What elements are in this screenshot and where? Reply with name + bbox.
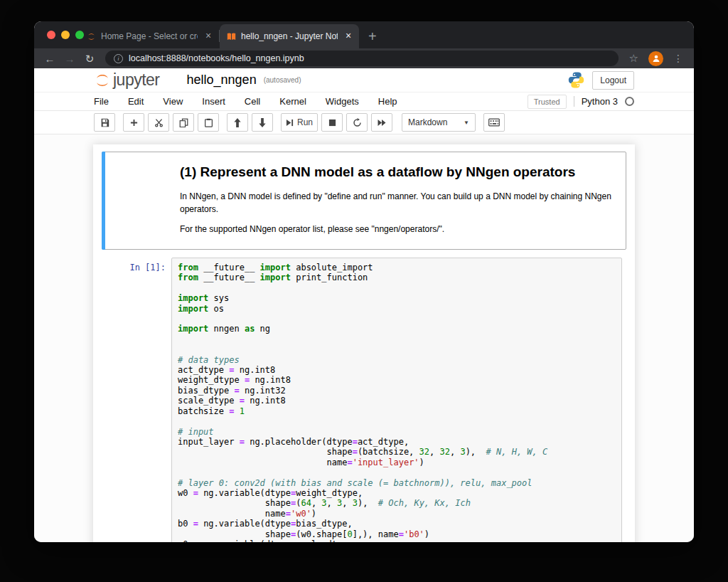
cut-cells-button[interactable] [148, 113, 169, 132]
command-palette-button[interactable] [483, 113, 505, 132]
browser-window: Home Page - Select or create a × hello_n… [34, 21, 694, 542]
bookmark-star-icon[interactable]: ☆ [629, 52, 638, 65]
keyboard-icon [488, 118, 500, 127]
menu-cell[interactable]: Cell [245, 95, 260, 108]
input-prompt: In [1]: [106, 258, 171, 542]
menu-widgets[interactable]: Widgets [326, 95, 359, 108]
arrow-down-icon [258, 118, 267, 127]
menubar-right: Trusted Python 3 [528, 95, 634, 109]
menu-view[interactable]: View [163, 95, 183, 108]
jupyter-logo-icon [94, 72, 111, 89]
menu-bar: File Edit View Insert Cell Kernel Widget… [34, 92, 694, 111]
logout-button[interactable]: Logout [592, 71, 634, 90]
new-tab-button[interactable]: + [359, 24, 386, 48]
notebook-area: (1) Represent a DNN model as a dataflow … [34, 134, 694, 542]
copy-cells-button[interactable] [173, 113, 194, 132]
python-logo-icon [567, 71, 585, 89]
run-button[interactable]: Run [281, 113, 318, 132]
tab-title: Home Page - Select or create a [101, 31, 198, 41]
menu-help[interactable]: Help [378, 95, 397, 108]
interrupt-kernel-button[interactable] [321, 113, 343, 132]
markdown-paragraph-2: For the supported NNgen operator list, p… [180, 223, 615, 236]
header-right: Logout [567, 71, 634, 90]
copy-icon [179, 118, 188, 127]
close-window-button[interactable] [47, 31, 55, 39]
menu-file[interactable]: File [94, 95, 109, 108]
markdown-heading: (1) Represent a DNN model as a dataflow … [180, 164, 615, 180]
url-text[interactable]: localhost:8888/notebooks/hello_nngen.ipy… [129, 53, 304, 63]
back-button[interactable]: ← [41, 53, 58, 64]
kernel-idle-icon [625, 97, 634, 106]
checkpoint-status: (autosaved) [264, 76, 301, 84]
jupyter-favicon-icon [87, 32, 96, 41]
stop-icon [328, 119, 336, 127]
notebook-favicon-icon [227, 32, 236, 41]
divider [574, 96, 574, 107]
kernel-name: Python 3 [582, 96, 618, 107]
reload-button[interactable]: ↻ [81, 53, 98, 64]
jupyter-logo-text: jupyter [113, 70, 160, 90]
address-bar[interactable]: i localhost:8888/notebooks/hello_nngen.i… [105, 51, 619, 66]
trusted-badge: Trusted [528, 95, 567, 109]
chevron-down-icon: ▼ [464, 120, 469, 126]
scissors-icon [154, 118, 164, 127]
notebook-container: (1) Represent a DNN model as a dataflow … [93, 144, 635, 542]
minimize-window-button[interactable] [61, 31, 70, 39]
menu-edit[interactable]: Edit [128, 95, 144, 108]
code-cell[interactable]: In [1]: from __future__ import absolute_… [102, 253, 626, 542]
profile-avatar[interactable] [648, 51, 663, 66]
close-tab-icon[interactable]: × [343, 31, 354, 42]
browser-menu-icon[interactable]: ⋮ [670, 53, 687, 64]
step-forward-icon [286, 119, 294, 127]
clipboard-icon [204, 118, 213, 127]
markdown-cell[interactable]: (1) Represent a DNN model as a dataflow … [102, 152, 626, 250]
move-cell-down-button[interactable] [252, 113, 273, 132]
notebook-title[interactable]: hello_nngen [187, 73, 257, 88]
browser-toolbar: ← → ↻ i localhost:8888/notebooks/hello_n… [34, 48, 694, 68]
jupyter-logo[interactable]: jupyter [94, 70, 160, 90]
tabs: Home Page - Select or create a × hello_n… [80, 21, 386, 48]
menu-insert[interactable]: Insert [202, 95, 225, 108]
markdown-rendered: (1) Represent a DNN model as a dataflow … [171, 156, 622, 245]
jupyter-header: jupyter hello_nngen (autosaved) Logout [34, 68, 694, 92]
save-button[interactable] [94, 113, 115, 132]
cell-type-value: Markdown [408, 117, 447, 127]
markdown-cell-prompt [106, 156, 171, 245]
person-icon [652, 54, 660, 63]
restart-run-all-button[interactable] [371, 113, 392, 132]
arrow-up-icon [233, 118, 242, 127]
tab-hello-nngen[interactable]: hello_nngen - Jupyter Notebook × [220, 24, 359, 48]
plus-icon [130, 119, 138, 127]
fast-forward-icon [377, 119, 387, 127]
tab-strip: Home Page - Select or create a × hello_n… [34, 21, 694, 48]
tab-title: hello_nngen - Jupyter Notebook [241, 31, 338, 41]
floppy-icon [100, 118, 109, 127]
notebook-toolbar: Run Markdown ▼ [34, 111, 694, 134]
insert-cell-below-button[interactable] [123, 113, 144, 132]
forward-button[interactable]: → [61, 53, 78, 64]
close-tab-icon[interactable]: × [203, 31, 214, 42]
code-lines: from __future__ import absolute_importfr… [178, 263, 616, 542]
cell-type-dropdown[interactable]: Markdown ▼ [402, 113, 476, 132]
paste-cells-button[interactable] [198, 113, 219, 132]
zoom-window-button[interactable] [75, 31, 84, 39]
restart-icon [353, 118, 362, 127]
markdown-paragraph-1: In NNgen, a DNN model is defined by "def… [180, 190, 615, 216]
run-button-label: Run [297, 117, 313, 127]
window-controls [47, 31, 84, 39]
site-info-icon[interactable]: i [114, 54, 123, 63]
restart-kernel-button[interactable] [346, 113, 368, 132]
menu-kernel[interactable]: Kernel [279, 95, 306, 108]
move-cell-up-button[interactable] [227, 113, 248, 132]
tab-home-page[interactable]: Home Page - Select or create a × [80, 24, 219, 48]
code-editor[interactable]: from __future__ import absolute_importfr… [171, 258, 622, 542]
